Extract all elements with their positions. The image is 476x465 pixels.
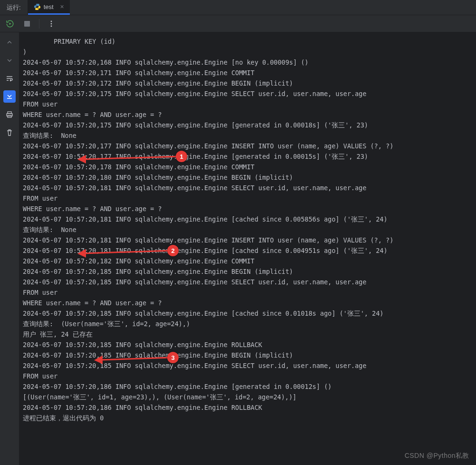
console-line: 2024-05-07 10:57:20,185 INFO sqlalchemy.… bbox=[23, 360, 472, 371]
close-tab-icon[interactable]: × bbox=[60, 3, 64, 10]
down-stack-icon[interactable] bbox=[3, 54, 16, 67]
svg-point-2 bbox=[51, 20, 52, 22]
rerun-button[interactable] bbox=[5, 19, 15, 29]
more-menu-icon[interactable] bbox=[46, 19, 57, 29]
console-line: 2024-05-07 10:57:20,185 INFO sqlalchemy.… bbox=[23, 266, 472, 277]
tab-bar: 运行: test × bbox=[0, 0, 476, 15]
console-line: WHERE user.name = ? AND user.age = ? bbox=[23, 298, 472, 308]
console-line: PRIMARY KEY (id) bbox=[23, 36, 472, 47]
svg-marker-0 bbox=[10, 22, 12, 25]
up-stack-icon[interactable] bbox=[3, 36, 16, 48]
toolbar-divider bbox=[39, 19, 39, 29]
console-line: WHERE user.name = ? AND user.age = ? bbox=[23, 109, 472, 120]
console-line: 2024-05-07 10:57:20,177 INFO sqlalchemy.… bbox=[23, 141, 472, 151]
console-line: 2024-05-07 10:57:20,180 INFO sqlalchemy.… bbox=[23, 172, 472, 183]
console-line: FROM user bbox=[23, 99, 472, 109]
console-line: 2024-05-07 10:57:20,175 INFO sqlalchemy.… bbox=[23, 120, 472, 130]
console-line: WHERE user.name = ? AND user.age = ? bbox=[23, 203, 472, 214]
console-line: 查询结果: (User(name='张三', id=2, age=24),) bbox=[23, 319, 472, 329]
scroll-to-end-icon[interactable] bbox=[3, 90, 16, 103]
console-line: 2024-05-07 10:57:20,175 INFO sqlalchemy.… bbox=[23, 88, 472, 99]
svg-point-3 bbox=[51, 23, 52, 24]
svg-point-4 bbox=[51, 25, 52, 27]
console-line: 2024-05-07 10:57:20,186 INFO sqlalchemy.… bbox=[23, 402, 472, 413]
console-line: 2024-05-07 10:57:20,168 INFO sqlalchemy.… bbox=[23, 57, 472, 68]
console-line: 2024-05-07 10:57:20,186 INFO sqlalchemy.… bbox=[23, 381, 472, 392]
main-area: PRIMARY KEY (id))2024-05-07 10:57:20,168… bbox=[0, 32, 476, 465]
console-output[interactable]: PRIMARY KEY (id))2024-05-07 10:57:20,168… bbox=[19, 32, 476, 465]
console-line: [(User(name='张三', id=1, age=23),), (User… bbox=[23, 392, 472, 402]
console-line: 2024-05-07 10:57:20,172 INFO sqlalchemy.… bbox=[23, 78, 472, 88]
console-line: 2024-05-07 10:57:20,185 INFO sqlalchemy.… bbox=[23, 308, 472, 319]
console-line: 2024-05-07 10:57:20,177 INFO sqlalchemy.… bbox=[23, 151, 472, 162]
console-line: FROM user bbox=[23, 371, 472, 381]
trash-icon[interactable] bbox=[3, 126, 16, 139]
console-line: 2024-05-07 10:57:20,181 INFO sqlalchemy.… bbox=[23, 183, 472, 193]
svg-rect-1 bbox=[24, 21, 30, 27]
console-line: FROM user bbox=[23, 287, 472, 298]
console-line: 2024-05-07 10:57:20,171 INFO sqlalchemy.… bbox=[23, 68, 472, 78]
console-gutter bbox=[0, 32, 19, 465]
console-line: ) bbox=[23, 47, 472, 57]
console-line: 查询结果: None bbox=[23, 224, 472, 235]
console-line: 2024-05-07 10:57:20,181 INFO sqlalchemy.… bbox=[23, 245, 472, 256]
console-line: 2024-05-07 10:57:20,185 INFO sqlalchemy.… bbox=[23, 339, 472, 350]
console-line: FROM user bbox=[23, 193, 472, 203]
stop-button[interactable] bbox=[22, 19, 32, 29]
console-line: 2024-05-07 10:57:20,181 INFO sqlalchemy.… bbox=[23, 235, 472, 245]
print-icon[interactable] bbox=[3, 108, 16, 121]
file-tab-label: test bbox=[44, 3, 54, 10]
file-tab-test[interactable]: test × bbox=[28, 0, 70, 15]
console-line: 2024-05-07 10:57:20,185 INFO sqlalchemy.… bbox=[23, 277, 472, 287]
run-label: 运行: bbox=[0, 0, 28, 15]
console-line: 2024-05-07 10:57:20,182 INFO sqlalchemy.… bbox=[23, 256, 472, 266]
run-toolbar bbox=[0, 15, 476, 32]
watermark-text: CSDN @Python私教 bbox=[405, 452, 469, 460]
console-line: 2024-05-07 10:57:20,185 INFO sqlalchemy.… bbox=[23, 350, 472, 360]
console-line: 查询结果: None bbox=[23, 130, 472, 141]
console-line: 2024-05-07 10:57:20,181 INFO sqlalchemy.… bbox=[23, 214, 472, 224]
python-file-icon bbox=[34, 3, 41, 10]
console-line: 2024-05-07 10:57:20,178 INFO sqlalchemy.… bbox=[23, 162, 472, 172]
soft-wrap-icon[interactable] bbox=[3, 72, 16, 85]
svg-rect-7 bbox=[8, 116, 11, 117]
console-line: 用户 张三, 24 已存在 bbox=[23, 329, 472, 339]
console-line: 进程已结束，退出代码为 0 bbox=[23, 413, 472, 423]
